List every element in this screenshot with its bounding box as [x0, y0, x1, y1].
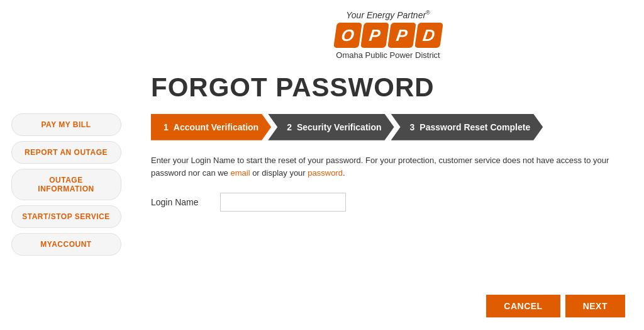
sidebar: PAY MY BILL REPORT AN OUTAGE OUTAGE INFO…: [0, 0, 132, 330]
step-1-num: 1: [164, 122, 169, 132]
login-name-row: Login Name: [151, 193, 625, 212]
logo-area: Your Energy Partner® O P P D Omaha Publi…: [151, 0, 625, 66]
step-2-num: 2: [287, 122, 292, 132]
description-link-password: password: [308, 168, 343, 178]
description-link-email: email: [230, 168, 250, 178]
tagline: Your Energy Partner®: [346, 9, 430, 20]
step-1: 1 Account Verification: [151, 114, 271, 140]
main-content: Your Energy Partner® O P P D Omaha Publi…: [132, 0, 644, 330]
step-1-label: Account Verification: [174, 122, 258, 132]
logo-container: Your Energy Partner® O P P D Omaha Publi…: [335, 9, 441, 60]
oppd-logo: O P P D: [335, 23, 441, 48]
form-section: FORGOT PASSWORD 1 Account Verification 2…: [151, 66, 625, 317]
button-row: CANCEL NEXT: [151, 288, 625, 317]
logo-letter-p2: P: [387, 23, 416, 48]
logo-letter-p1: P: [360, 23, 389, 48]
step-2: 2 Security Verification: [268, 114, 394, 140]
logo-letters: O P P D: [335, 23, 441, 48]
page-title: FORGOT PASSWORD: [151, 72, 625, 103]
login-name-label: Login Name: [151, 197, 220, 207]
sidebar-item-pay-bill[interactable]: PAY MY BILL: [11, 113, 121, 136]
sidebar-item-myaccount[interactable]: MYACCOUNT: [11, 233, 121, 256]
step-3-num: 3: [410, 122, 415, 132]
step-3: 3 Password Reset Complete: [391, 114, 543, 140]
steps-bar: 1 Account Verification 2 Security Verifi…: [151, 114, 625, 140]
sidebar-item-report-outage[interactable]: REPORT AN OUTAGE: [11, 141, 121, 164]
org-name: Omaha Public Power District: [336, 50, 440, 60]
cancel-button[interactable]: CANCEL: [486, 295, 560, 317]
next-button[interactable]: NEXT: [565, 295, 625, 317]
step-3-label: Password Reset Complete: [419, 122, 530, 132]
sidebar-item-start-stop[interactable]: START/STOP SERVICE: [11, 205, 121, 228]
logo-letter-d: D: [414, 23, 443, 48]
sidebar-item-outage-info[interactable]: OUTAGE INFORMATION: [11, 169, 121, 200]
login-name-input[interactable]: [220, 193, 346, 212]
description-text: Enter your Login Name to start the reset…: [151, 154, 625, 181]
logo-letter-o: O: [333, 23, 362, 48]
step-2-label: Security Verification: [297, 122, 382, 132]
